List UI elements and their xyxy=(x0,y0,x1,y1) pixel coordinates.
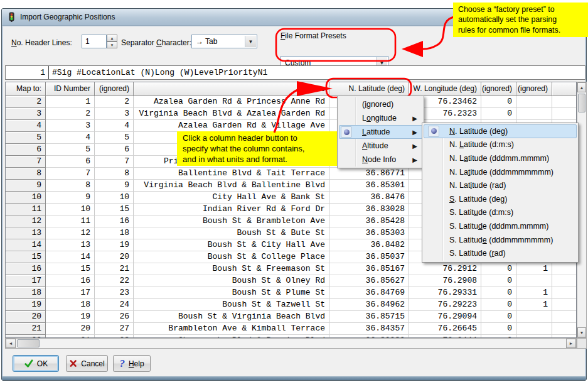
map-to-cell[interactable]: 5 xyxy=(6,132,46,144)
column-header-n-latitude-deg-[interactable]: N. Latitude (deg) xyxy=(329,82,409,96)
menu-item-label: N. Latitude (rad) xyxy=(449,181,506,190)
cell: 18 xyxy=(46,299,95,311)
cell: 36.8476 xyxy=(329,192,409,204)
map-to-cell[interactable]: 6 xyxy=(6,144,46,156)
menu-item-label: Node Info xyxy=(362,155,396,164)
map-to-cell[interactable]: 14 xyxy=(6,239,46,251)
cell: 8 xyxy=(46,180,95,192)
horizontal-scroll-thumb[interactable] xyxy=(17,339,40,347)
cell: 36.85167 xyxy=(329,263,409,275)
scroll-left-icon[interactable]: ◄ xyxy=(6,339,16,348)
menu-item-n-latitude-deg-[interactable]: N. Latitude (deg) xyxy=(424,124,577,138)
table-row: 212027Brambleton Ave & Kimball Terrace36… xyxy=(6,323,576,335)
map-to-cell[interactable]: 18 xyxy=(6,287,46,299)
menu-item-s-latitude-rad-[interactable]: S. Latitude (rad) xyxy=(424,246,577,260)
callout-line: specify what the column contains, xyxy=(183,143,339,154)
map-to-cell[interactable]: 20 xyxy=(6,311,46,323)
menu-item-label: S. Latitude (dddmm.mmmm) xyxy=(449,222,548,231)
header-lines-stepper[interactable]: ▲ ▼ xyxy=(107,35,117,48)
map-to-cell[interactable]: 19 xyxy=(6,299,46,311)
menu-item-s-latitude-dddmmmmmmm-[interactable]: S. Latitude (dddmmmmmmm) xyxy=(424,233,577,247)
cell: 6 xyxy=(46,156,95,168)
map-to-cell[interactable]: 11 xyxy=(6,204,46,216)
menu-item-s-latitude-deg-[interactable]: S. Latitude (deg) xyxy=(424,192,577,206)
cell: 26 xyxy=(95,311,134,323)
menu-item-altitude[interactable]: Altitude▶ xyxy=(339,139,422,153)
cell: 10 xyxy=(95,192,134,204)
scroll-down-icon[interactable]: ▼ xyxy=(577,327,586,337)
column-header-w-longitude-deg-[interactable]: W. Longitude (deg) xyxy=(409,82,481,96)
column-header--ignored-[interactable]: (ignored) xyxy=(516,82,552,96)
map-to-cell[interactable]: 3 xyxy=(6,108,46,120)
menu-item--ignored-[interactable]: (ignored) xyxy=(339,97,422,111)
menu-item-longitude[interactable]: Longitude▶ xyxy=(339,111,422,125)
map-to-cell[interactable]: 17 xyxy=(6,275,46,287)
cell: 36.84769 xyxy=(329,287,409,299)
menu-item-n-latitude-dddmmmmmmm-[interactable]: N. Latitude (dddmmmmmmm) xyxy=(424,165,577,179)
cell: 15 xyxy=(46,263,95,275)
line-number: 1 xyxy=(6,66,49,79)
cell xyxy=(552,287,576,299)
menu-item-n-latitude-dddmm-mmmm-[interactable]: N. Latitude (dddmm.mmmm) xyxy=(424,151,577,165)
map-to-cell[interactable]: 2 xyxy=(6,96,46,108)
cell: Boush St & Brambleton Ave xyxy=(134,216,329,227)
horizontal-scrollbar[interactable]: ◄ ► xyxy=(5,338,577,349)
menu-item-label: N. Latitude (d:m:s) xyxy=(449,140,514,149)
cell: 11 xyxy=(46,216,95,227)
chevron-down-icon[interactable]: ▼ xyxy=(245,36,256,47)
map-to-cell[interactable]: 10 xyxy=(6,192,46,204)
ok-button[interactable]: OK xyxy=(13,355,59,372)
spin-up-icon[interactable]: ▲ xyxy=(107,35,117,41)
map-to-cell[interactable]: 9 xyxy=(6,180,46,192)
menu-item-label: S. Latitude (deg) xyxy=(449,195,507,204)
map-to-cell[interactable]: 16 xyxy=(6,263,46,275)
map-to-cell[interactable]: 7 xyxy=(6,156,46,168)
scroll-right-icon[interactable]: ► xyxy=(566,339,576,348)
column-header-blank xyxy=(552,82,576,96)
menu-item-n-latitude-rad-[interactable]: N. Latitude (rad) xyxy=(424,178,577,192)
menu-item-s-latitude-d-m-s-[interactable]: S. Latitude (d:m:s) xyxy=(424,206,577,220)
menu-item-latitude[interactable]: Latitude▶ xyxy=(339,125,422,139)
help-button[interactable]: ? Help xyxy=(113,355,151,372)
cell: 76.29094 xyxy=(409,311,481,323)
menu-item-n-latitude-d-m-s-[interactable]: N. Latitude (d:m:s) xyxy=(424,138,577,152)
cell: 0 xyxy=(481,275,516,287)
menu-item-node-info[interactable]: Node Info▶ xyxy=(339,153,422,166)
cell: 19 xyxy=(46,311,95,323)
menu-item-s-latitude-dddmm-mmmm-[interactable]: S. Latitude (dddmm.mmmm) xyxy=(424,219,577,233)
cell: 76.29331 xyxy=(409,287,481,299)
column-header--ignored-[interactable]: (ignored) xyxy=(481,82,516,96)
header-lines-input[interactable]: 1 xyxy=(82,35,107,48)
map-to-cell[interactable]: 8 xyxy=(6,168,46,180)
preset-callout: Choose a “factory preset” toautomaticall… xyxy=(453,3,588,37)
import-geographic-positions-dialog: Import Geographic Positions No. Header L… xyxy=(0,0,588,382)
map-to-cell[interactable]: 21 xyxy=(6,323,46,335)
cell: Boush St & Freemason St xyxy=(134,263,329,275)
cell: 2 xyxy=(95,96,134,108)
cell: Boush St & Virginia Beach Blvd xyxy=(134,311,329,323)
cancel-button[interactable]: Cancel xyxy=(66,355,108,372)
map-to-cell[interactable]: 15 xyxy=(6,251,46,263)
column-header--ignored-[interactable]: (ignored) xyxy=(95,82,134,96)
vertical-scroll-thumb[interactable] xyxy=(578,94,585,112)
column-header-id-number[interactable]: ID Number xyxy=(46,82,95,96)
column-header-map-to-[interactable]: Map to: xyxy=(6,82,46,96)
map-to-cell[interactable]: 12 xyxy=(6,216,46,227)
cell: 23 xyxy=(95,287,134,299)
column-header-name[interactable]: Name xyxy=(134,82,329,96)
cell: 14 xyxy=(46,251,95,263)
cell: 1 xyxy=(516,287,552,299)
cell: 0 xyxy=(481,287,516,299)
separator-select[interactable]: → Tab ▼ xyxy=(191,35,257,48)
scroll-up-icon[interactable]: ▲ xyxy=(577,82,586,92)
cell: 16 xyxy=(46,275,95,287)
cell: 0 xyxy=(481,108,516,120)
cell xyxy=(516,108,552,120)
cell: 0 xyxy=(481,263,516,275)
spin-down-icon[interactable]: ▼ xyxy=(107,41,117,48)
grid-header-row: Map to:ID Number(ignored)NameN. Latitude… xyxy=(6,82,576,96)
map-to-cell[interactable]: 13 xyxy=(6,227,46,239)
cell: 22 xyxy=(95,275,134,287)
map-to-cell[interactable]: 4 xyxy=(6,120,46,132)
cell: 20 xyxy=(46,323,95,335)
